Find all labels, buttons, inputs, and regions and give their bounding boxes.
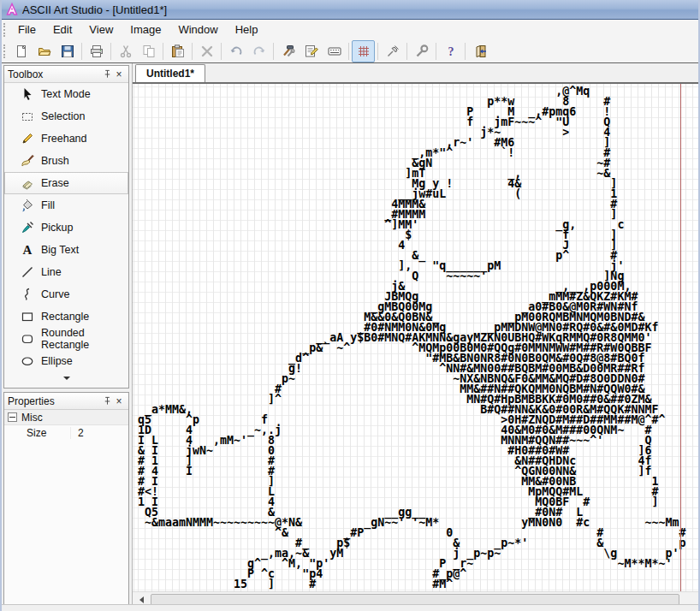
menu-bar: FileEditViewImageWindowHelp <box>2 20 698 39</box>
left-panel: Toolbox × Text ModeSelectionFreehandBrus… <box>2 63 133 605</box>
app-window: ASCII Art Studio - [Untitled1*] FileEdit… <box>0 0 700 611</box>
client-area: Toolbox × Text ModeSelectionFreehandBrus… <box>2 63 698 611</box>
tool-label: Text Mode <box>41 88 91 100</box>
window-title: ASCII Art Studio - [Untitled1*] <box>22 3 167 16</box>
brush-icon <box>21 154 34 168</box>
edit-image-button[interactable] <box>300 40 323 62</box>
tool-ellipse[interactable]: Ellipse <box>4 350 128 372</box>
save-file-button[interactable] <box>56 40 79 62</box>
svg-text:A: A <box>23 243 33 257</box>
menu-image[interactable]: Image <box>122 20 169 39</box>
big-text-icon: A <box>21 243 34 257</box>
rounded-rectangle-icon <box>21 332 34 346</box>
tool-label: Erase <box>41 177 69 189</box>
menu-file[interactable]: File <box>9 20 44 39</box>
toolbar-separator <box>348 43 349 60</box>
property-value[interactable]: 2 <box>71 427 84 439</box>
toolbar-separator <box>81 43 82 60</box>
toolbar-separator <box>273 43 274 60</box>
delete-button <box>195 40 218 62</box>
undo-button <box>224 40 247 62</box>
toolbar-separator <box>436 43 436 60</box>
tool-fill[interactable]: Fill <box>4 194 128 217</box>
tool-line[interactable]: Line <box>4 261 128 283</box>
collapse-icon[interactable] <box>8 412 17 422</box>
toolbox-header: Toolbox × <box>4 66 128 83</box>
tools-button[interactable] <box>276 40 300 62</box>
toolbar: ? <box>2 39 698 63</box>
toolbox-panel: Toolbox × Text ModeSelectionFreehandBrus… <box>3 65 129 389</box>
help-button[interactable]: ? <box>439 40 462 62</box>
drawing-canvas[interactable]: ,@^Mq p**w 8 # P M _,#pmq6 ! f jm <box>133 82 698 591</box>
ascii-art: ,@^Mq p**w 8 # P M _,#pmq6 ! f jm <box>138 86 685 590</box>
toolbox-overflow-arrow[interactable] <box>4 372 128 384</box>
properties-empty-area <box>4 439 128 611</box>
document-area: Untitled1* ,@^Mq p**w 8 # <box>133 63 698 611</box>
toolbar-separator <box>192 43 193 60</box>
tool-label: Brush <box>41 155 69 167</box>
property-group-label: Misc <box>21 412 43 424</box>
title-bar[interactable]: ASCII Art Studio - [Untitled1*] <box>2 0 698 20</box>
toolbar-separator <box>465 43 466 60</box>
property-group-misc[interactable]: Misc <box>4 410 128 425</box>
fill-icon <box>21 199 34 212</box>
document-tab[interactable]: Untitled1* <box>135 64 205 83</box>
keyboard-button[interactable] <box>323 40 346 62</box>
tab-bar: Untitled1* <box>133 63 698 82</box>
exit-button[interactable] <box>468 40 491 62</box>
properties-pin-icon[interactable] <box>101 395 113 407</box>
menu-window[interactable]: Window <box>169 20 226 39</box>
tool-freehand[interactable]: Freehand <box>4 128 128 150</box>
toolbox-close-icon[interactable]: × <box>113 68 125 80</box>
page-margin-line <box>680 84 681 591</box>
selection-icon <box>21 110 34 123</box>
tool-label: Freehand <box>41 133 87 145</box>
open-file-button[interactable] <box>33 40 56 62</box>
tool-label: Selection <box>41 110 85 122</box>
tool-big-text[interactable]: ABig Text <box>4 239 128 261</box>
tool-rectangle[interactable]: Rectangle <box>4 306 128 328</box>
tool-rounded-rectangle[interactable]: Rounded Rectangle <box>4 328 128 350</box>
tool-curve[interactable]: Curve <box>4 283 128 306</box>
new-file-button[interactable] <box>9 40 33 62</box>
menu-help[interactable]: Help <box>227 20 267 39</box>
redo-button <box>247 40 270 62</box>
tool-label: Ellipse <box>41 355 73 367</box>
toggle-grid-button[interactable] <box>352 40 375 62</box>
erase-icon <box>21 176 34 190</box>
toolbar-separator <box>406 43 407 60</box>
tool-label: Curve <box>41 288 69 300</box>
tool-text-mode[interactable]: Text Mode <box>4 83 128 105</box>
toolbox-pin-icon[interactable] <box>101 68 113 80</box>
tool-label: Rounded Rectangle <box>41 327 128 351</box>
curve-icon <box>21 288 34 301</box>
tool-brush[interactable]: Brush <box>4 150 128 172</box>
toolbar-grip[interactable] <box>3 44 9 58</box>
ellipse-icon <box>21 354 34 368</box>
toolbar-separator <box>110 43 111 60</box>
rectangle-icon <box>21 310 34 323</box>
menu-view[interactable]: View <box>80 20 122 39</box>
freehand-icon <box>21 132 34 145</box>
menubar-grip[interactable] <box>3 23 9 37</box>
toolbar-separator <box>377 43 378 60</box>
properties-header: Properties × <box>4 393 128 410</box>
cut-button <box>114 40 137 62</box>
tool-label: Line <box>41 266 62 278</box>
status-bar <box>2 604 698 611</box>
tool-pickup[interactable]: Pickup <box>4 217 128 239</box>
print-button[interactable] <box>85 40 108 62</box>
tool-selection[interactable]: Selection <box>4 105 128 128</box>
tool-erase[interactable]: Erase <box>4 172 128 194</box>
properties-close-icon[interactable]: × <box>113 395 125 407</box>
toolbar-separator <box>221 43 222 60</box>
options-button[interactable] <box>410 40 433 62</box>
paste-button[interactable] <box>166 40 189 62</box>
copy-button <box>137 40 160 62</box>
menu-edit[interactable]: Edit <box>44 20 80 39</box>
properties-panel: Properties × Misc Size 2 <box>3 392 129 611</box>
pin-button[interactable] <box>381 40 404 62</box>
line-icon <box>21 265 34 279</box>
tool-label: Rectangle <box>41 311 89 323</box>
text-mode-icon <box>21 87 34 101</box>
